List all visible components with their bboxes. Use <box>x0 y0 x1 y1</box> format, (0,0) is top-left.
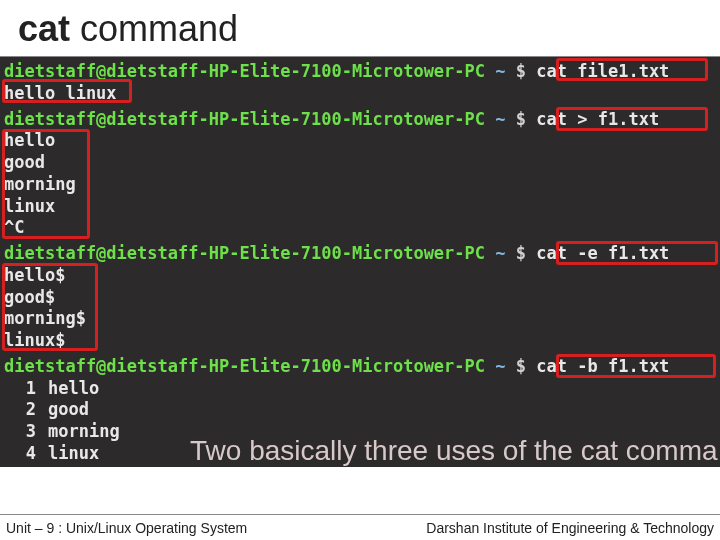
out-2-0: hello <box>4 130 716 152</box>
prompt-tilde: ~ <box>495 61 505 81</box>
footer-left: Unit – 9 : Unix/Linux Operating System <box>6 520 247 536</box>
prompt-tilde: ~ <box>495 356 505 376</box>
prompt-userhost: dietstaff@dietstaff-HP-Elite-7100-Microt… <box>4 356 485 376</box>
prompt-dollar: $ <box>516 109 526 129</box>
out-3-2: morning$ <box>4 308 716 330</box>
out-3-0: hello$ <box>4 265 716 287</box>
cmd-3: cat -e f1.txt <box>536 243 669 263</box>
out-3-3: linux$ <box>4 330 716 352</box>
cmd-2: cat > f1.txt <box>536 109 659 129</box>
out-1-0: hello linux <box>4 83 716 105</box>
out-2-4: ^C <box>4 217 716 239</box>
prompt-userhost: dietstaff@dietstaff-HP-Elite-7100-Microt… <box>4 61 485 81</box>
prompt-dollar: $ <box>516 61 526 81</box>
footer-right: Darshan Institute of Engineering & Techn… <box>426 520 714 536</box>
cmd-4: cat -b f1.txt <box>536 356 669 376</box>
out-4-3: 4linux <box>4 443 716 465</box>
out-4-0: 1hello <box>4 378 716 400</box>
prompt-line-2: dietstaff@dietstaff-HP-Elite-7100-Microt… <box>4 109 716 131</box>
out-2-3: linux <box>4 196 716 218</box>
terminal-block-3: dietstaff@dietstaff-HP-Elite-7100-Microt… <box>0 241 720 354</box>
prompt-line-1: dietstaff@dietstaff-HP-Elite-7100-Microt… <box>4 61 716 83</box>
prompt-space2 <box>506 61 516 81</box>
out-3-1: good$ <box>4 287 716 309</box>
prompt-userhost: dietstaff@dietstaff-HP-Elite-7100-Microt… <box>4 109 485 129</box>
prompt-space <box>485 61 495 81</box>
terminal-block-1: dietstaff@dietstaff-HP-Elite-7100-Microt… <box>0 57 720 107</box>
prompt-tilde: ~ <box>495 243 505 263</box>
out-2-2: morning <box>4 174 716 196</box>
out-4-1: 2good <box>4 399 716 421</box>
prompt-userhost: dietstaff@dietstaff-HP-Elite-7100-Microt… <box>4 243 485 263</box>
footer: Unit – 9 : Unix/Linux Operating System D… <box>0 514 720 540</box>
prompt-line-4: dietstaff@dietstaff-HP-Elite-7100-Microt… <box>4 356 716 378</box>
title-bold: cat <box>18 8 70 49</box>
title-rest: command <box>70 8 238 49</box>
prompt-tilde: ~ <box>495 109 505 129</box>
slide-title: cat command <box>0 0 720 57</box>
out-2-1: good <box>4 152 716 174</box>
prompt-dollar: $ <box>516 243 526 263</box>
prompt-line-3: dietstaff@dietstaff-HP-Elite-7100-Microt… <box>4 243 716 265</box>
prompt-dollar: $ <box>516 356 526 376</box>
terminal-block-2: dietstaff@dietstaff-HP-Elite-7100-Microt… <box>0 107 720 242</box>
out-4-2: 3morning <box>4 421 716 443</box>
terminal-block-4: dietstaff@dietstaff-HP-Elite-7100-Microt… <box>0 354 720 467</box>
cmd-1: cat file1.txt <box>536 61 669 81</box>
